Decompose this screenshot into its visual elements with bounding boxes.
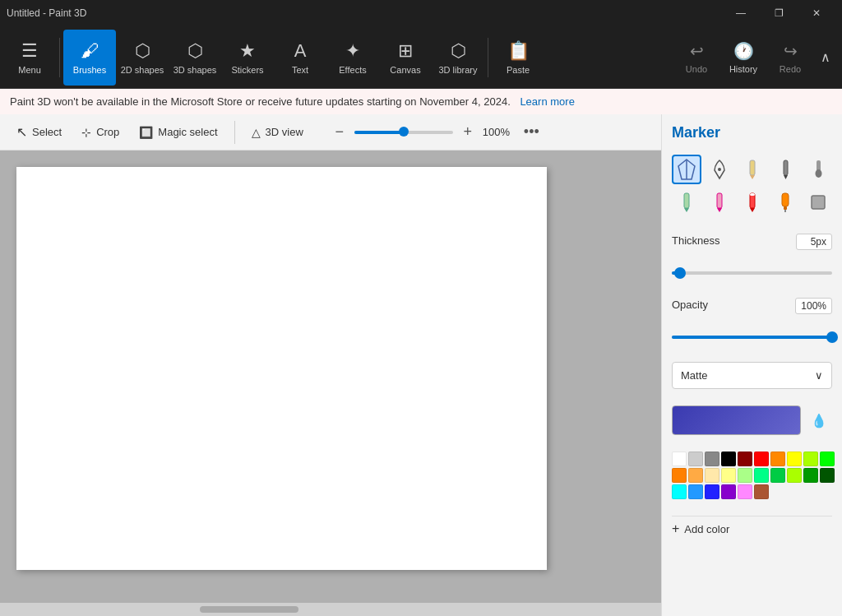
undo-label: Undo — [686, 64, 707, 74]
svg-marker-10 — [684, 208, 689, 212]
brush-item-pen[interactable] — [705, 155, 734, 184]
collapse-toolbar-button[interactable]: ∧ — [812, 30, 839, 86]
title-bar: Untitled - Paint 3D — ❐ ✕ — [0, 0, 842, 26]
brush-item-brush-gray[interactable] — [803, 155, 833, 184]
color-cell[interactable] — [820, 468, 835, 483]
shapes3d-button[interactable]: ⬡ 3D shapes — [169, 30, 221, 86]
color-cell[interactable] — [803, 452, 818, 466]
active-color-swatch[interactable] — [672, 405, 801, 435]
brush-item-marker2[interactable] — [770, 188, 800, 217]
color-cell[interactable] — [705, 452, 719, 466]
color-cell[interactable] — [770, 468, 785, 483]
effects-button[interactable]: ✦ Effects — [326, 30, 379, 86]
color-cell[interactable] — [738, 468, 752, 483]
more-options-button[interactable]: ••• — [524, 123, 539, 141]
thickness-slider[interactable] — [672, 265, 832, 281]
stickers-label: Stickers — [231, 65, 263, 75]
canvas-area: ↖ Select ⊹ Crop 🔲 Magic select △ 3D view… — [0, 114, 661, 616]
zoom-out-button[interactable]: − — [330, 123, 349, 142]
color-cell[interactable] — [688, 468, 703, 483]
learn-more-link[interactable]: Learn more — [520, 95, 574, 108]
undo-button[interactable]: ↩ Undo — [674, 30, 719, 86]
color-cell[interactable] — [820, 452, 835, 466]
opacity-value[interactable]: 100% — [795, 298, 832, 314]
add-color-label: Add color — [684, 523, 729, 535]
menu-icon: ☰ — [21, 40, 38, 62]
dropdown-chevron-icon: ∨ — [815, 369, 823, 382]
color-cell[interactable] — [787, 468, 802, 483]
main-toolbar: ☰ Menu 🖌 Brushes ⬡ 2D shapes ⬡ 3D shapes… — [0, 26, 842, 89]
zoom-controls: − + 100% ••• — [330, 123, 539, 142]
add-color-button[interactable]: + Add color — [672, 516, 832, 541]
svg-point-8 — [816, 169, 822, 178]
color-cell[interactable] — [721, 468, 736, 483]
text-button[interactable]: A Text — [274, 30, 326, 86]
color-cell[interactable] — [672, 468, 687, 483]
history-label: History — [729, 64, 757, 74]
opacity-slider[interactable] — [672, 329, 832, 345]
window-controls: — ❐ ✕ — [722, 0, 835, 26]
library3d-button[interactable]: ⬡ 3D library — [432, 30, 484, 86]
brushes-button[interactable]: 🖌 Brushes — [63, 30, 116, 86]
canvas-viewport[interactable] — [0, 151, 661, 603]
thickness-value[interactable]: 5px — [796, 234, 832, 250]
color-cell[interactable] — [672, 452, 687, 466]
magic-select-label: Magic select — [158, 126, 217, 138]
color-cell[interactable] — [721, 452, 736, 466]
maximize-button[interactable]: ❐ — [760, 0, 798, 26]
color-cell[interactable] — [787, 452, 802, 466]
undo-icon: ↩ — [690, 41, 704, 61]
crop-tool[interactable]: ⊹ Crop — [75, 123, 126, 142]
canvas-toolbar-divider — [234, 121, 235, 144]
texture-dropdown[interactable]: Matte ∨ — [672, 362, 832, 389]
brush-item-eraser[interactable] — [803, 188, 833, 217]
zoom-in-button[interactable]: + — [458, 123, 478, 142]
menu-button[interactable]: ☰ Menu — [3, 30, 56, 86]
opacity-label: Opacity — [672, 299, 708, 311]
close-button[interactable]: ✕ — [798, 0, 835, 26]
redo-button[interactable]: ↪ Redo — [768, 30, 812, 86]
stickers-button[interactable]: ★ Stickers — [221, 30, 274, 86]
svg-marker-14 — [750, 208, 755, 212]
scroll-thumb-horizontal[interactable] — [200, 606, 298, 613]
canvas-button[interactable]: ⊞ Canvas — [379, 30, 432, 86]
color-cell[interactable] — [705, 484, 719, 499]
shapes2d-label: 2D shapes — [121, 65, 164, 75]
eyedropper-button[interactable]: 💧 — [806, 407, 832, 433]
paste-button[interactable]: 📋 Paste — [492, 30, 544, 86]
color-cell[interactable] — [738, 452, 752, 466]
select-tool[interactable]: ↖ Select — [10, 121, 68, 143]
brush-item-marker[interactable] — [770, 155, 800, 184]
shapes2d-button[interactable]: ⬡ 2D shapes — [116, 30, 169, 86]
brush-item-crayon[interactable] — [738, 188, 767, 217]
thickness-label: Thickness — [672, 234, 720, 247]
brush-item-colored-pencil[interactable] — [705, 188, 734, 217]
horizontal-scrollbar[interactable] — [0, 603, 661, 616]
color-cell[interactable] — [770, 452, 785, 466]
color-cell[interactable] — [738, 484, 752, 499]
color-cell[interactable] — [672, 484, 687, 499]
color-cell[interactable] — [688, 452, 703, 466]
brush-item-pencil2[interactable] — [672, 188, 701, 217]
zoom-slider[interactable] — [354, 131, 453, 134]
history-button[interactable]: 🕐 History — [719, 30, 768, 86]
magic-select-tool[interactable]: 🔲 Magic select — [132, 123, 224, 142]
chevron-up-icon: ∧ — [821, 49, 830, 65]
color-cell[interactable] — [803, 468, 818, 483]
brush-item-calligraphy[interactable] — [672, 155, 701, 184]
opacity-slider-thumb[interactable] — [826, 331, 838, 343]
color-cell[interactable] — [688, 484, 703, 499]
canvas-drawing-area[interactable] — [16, 167, 547, 570]
brush-item-pencil-light[interactable] — [738, 155, 767, 184]
thickness-slider-thumb[interactable] — [674, 267, 686, 279]
color-cell[interactable] — [705, 468, 719, 483]
color-cell[interactable] — [721, 484, 736, 499]
canvas-label: Canvas — [390, 65, 420, 75]
color-cell[interactable] — [754, 484, 769, 499]
crop-label: Crop — [96, 126, 119, 138]
redo-label: Redo — [780, 64, 801, 74]
view3d-tool[interactable]: △ 3D view — [245, 123, 310, 142]
color-cell[interactable] — [754, 468, 769, 483]
color-cell[interactable] — [754, 452, 769, 466]
minimize-button[interactable]: — — [722, 0, 760, 26]
